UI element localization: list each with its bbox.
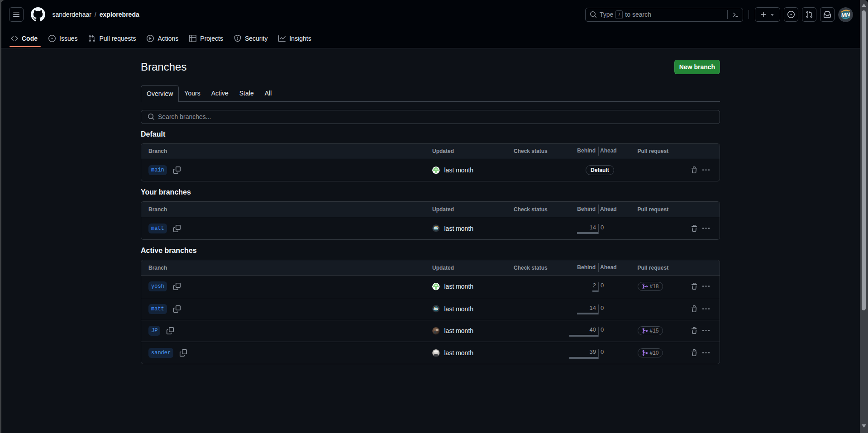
svg-text:MN: MN — [841, 11, 851, 18]
svg-text:MN: MN — [434, 227, 439, 230]
svg-text:MN: MN — [434, 307, 439, 310]
